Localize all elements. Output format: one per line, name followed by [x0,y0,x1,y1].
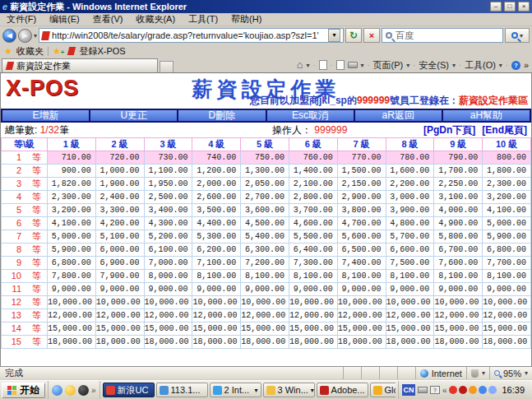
menu-item[interactable]: 收藏夹(A) [129,13,182,26]
salary-cell[interactable]: 4,100.00 [483,204,531,217]
salary-cell[interactable]: 5,400.00 [241,230,289,244]
salary-cell[interactable]: 3,200.00 [48,204,96,217]
help-icon[interactable]: ? [511,61,520,70]
home-caret-icon[interactable]: ▾ [307,62,310,69]
salary-cell[interactable]: 15,000.00 [95,322,144,336]
menu-item[interactable]: 文件(F) [0,13,43,26]
salary-cell[interactable]: 6,900.00 [95,257,144,270]
salary-cell[interactable]: 730.00 [144,151,192,165]
salary-cell[interactable]: 790.00 [434,151,483,165]
task-button[interactable]: 新浪UC [103,383,155,397]
salary-cell[interactable]: 18,000.00 [289,336,337,349]
salary-cell[interactable]: 8,100.00 [483,270,531,283]
salary-cell[interactable]: 10,000.00 [95,296,144,309]
tools-menu-button[interactable]: 工具(O) [465,59,496,72]
page-down-link[interactable]: [PgDn下頁] [423,123,475,137]
salary-cell[interactable]: 12,000.00 [144,309,192,322]
salary-cell[interactable]: 15,000.00 [144,322,192,336]
table-row[interactable]: 7 等 5,000.005,100.005,200.005,300.005,40… [2,230,531,244]
table-row[interactable]: 11 等 9,000.009,000.009,000.009,000.009,0… [2,283,531,296]
salary-cell[interactable]: 12,000.00 [386,309,434,322]
salary-cell[interactable]: 740.00 [192,151,241,165]
grade-label-cell[interactable]: 8 等 [2,244,48,257]
salary-cell[interactable]: 12,000.00 [95,309,144,322]
salary-cell[interactable]: 2,900.00 [337,191,386,204]
grade-label-cell[interactable]: 10 等 [2,270,48,283]
tray-app-icon[interactable] [469,386,477,394]
salary-cell[interactable]: 3,400.00 [144,204,192,217]
salary-cell[interactable]: 7,300.00 [289,257,337,270]
salary-cell[interactable]: 5,200.00 [144,230,192,244]
close-button[interactable]: × [518,2,530,12]
salary-cell[interactable]: 9,000.00 [144,283,192,296]
salary-cell[interactable]: 1,950.00 [144,178,192,191]
url-field[interactable]: http://win2008/te/salary/grade.asp?retur… [39,28,344,43]
history-caret-icon[interactable]: ▾ [34,32,37,39]
salary-cell[interactable]: 8,100.00 [337,270,386,283]
menu-item[interactable]: 帮助(H) [224,13,268,26]
salary-cell[interactable]: 4,400.00 [192,217,241,230]
salary-cell[interactable]: 15,000.00 [386,322,434,336]
grade-label-cell[interactable]: 12 等 [2,296,48,309]
grade-label-cell[interactable]: 7 等 [2,230,48,244]
salary-cell[interactable]: 2,200.00 [386,178,434,191]
salary-cell[interactable]: 5,100.00 [95,230,144,244]
salary-cell[interactable]: 5,500.00 [289,230,337,244]
salary-cell[interactable]: 10,000.00 [144,296,192,309]
command-overflow-chevron[interactable]: » [524,60,529,70]
protected-mode-pane[interactable]: ▾ [466,367,489,379]
table-row[interactable]: 6 等 4,100.004,200.004,300.004,400.004,50… [2,217,531,230]
salary-cell[interactable]: 9,000.00 [48,283,96,296]
tray-app-icon[interactable] [488,386,497,394]
salary-cell[interactable]: 1,500.00 [337,165,386,178]
salary-cell[interactable]: 1,100.00 [144,165,192,178]
salary-cell[interactable]: 6,300.00 [241,244,289,257]
favorites-button[interactable]: 收藏夹 [16,45,44,58]
salary-cell[interactable]: 4,000.00 [434,204,483,217]
salary-cell[interactable]: 780.00 [386,151,434,165]
salary-cell[interactable]: 7,900.00 [95,270,144,283]
grade-label-cell[interactable]: 1 等 [2,151,48,165]
refresh-button[interactable]: ↻ [345,28,362,43]
salary-cell[interactable]: 15,000.00 [434,322,483,336]
salary-cell[interactable]: 10,000.00 [434,296,483,309]
table-row[interactable]: 10 等 7,800.007,900.008,000.008,100.008,1… [2,270,531,283]
grade-label-cell[interactable]: 14 等 [2,322,48,336]
print-caret-icon[interactable]: ▾ [361,62,364,69]
salary-cell[interactable]: 7,000.00 [144,257,192,270]
salary-cell[interactable]: 2,300.00 [483,178,531,191]
salary-cell[interactable]: 10,000.00 [48,296,96,309]
salary-cell[interactable]: 12,000.00 [483,309,531,322]
salary-cell[interactable]: 7,500.00 [386,257,434,270]
table-row[interactable]: 8 等 5,900.006,000.006,100.006,200.006,30… [2,244,531,257]
tray-app-icon[interactable] [479,386,487,394]
salary-cell[interactable]: 15,000.00 [289,322,337,336]
table-row[interactable]: 3 等 1,820.001,900.001,950.002,000.002,05… [2,178,531,191]
salary-cell[interactable]: 2,250.00 [434,178,483,191]
salary-cell[interactable]: 6,700.00 [434,244,483,257]
salary-cell[interactable]: 1,820.00 [48,178,96,191]
quick-launch-smiley-icon[interactable] [65,385,76,396]
salary-cell[interactable]: 2,500.00 [144,191,192,204]
salary-cell[interactable]: 9,000.00 [337,283,386,296]
table-row[interactable]: 12 等 10,000.0010,000.0010,000.0010,000.0… [2,296,531,309]
salary-cell[interactable]: 2,150.00 [337,178,386,191]
salary-cell[interactable]: 6,200.00 [192,244,241,257]
salary-cell[interactable]: 15,000.00 [483,322,531,336]
search-go-button[interactable]: ▾ [505,28,530,43]
salary-cell[interactable]: 18,000.00 [483,336,531,349]
salary-cell[interactable]: 5,600.00 [337,230,386,244]
search-placeholder-text[interactable]: 百度 [396,30,414,42]
salary-cell[interactable]: 2,050.00 [241,178,289,191]
salary-cell[interactable]: 1,600.00 [386,165,434,178]
tray-app-icon[interactable] [459,386,467,394]
salary-cell[interactable]: 9,000.00 [386,283,434,296]
table-row[interactable]: 15 等 18,000.0018,000.0018,000.0018,000.0… [2,336,531,349]
salary-cell[interactable]: 800.00 [483,151,531,165]
salary-cell[interactable]: 2,100.00 [289,178,337,191]
salary-cell[interactable]: 9,000.00 [192,283,241,296]
tab-active[interactable]: 薪資設定作業 [2,58,158,72]
read-mail-icon[interactable] [336,60,345,70]
salary-cell[interactable]: 1,700.00 [434,165,483,178]
salary-cell[interactable]: 4,500.00 [241,217,289,230]
